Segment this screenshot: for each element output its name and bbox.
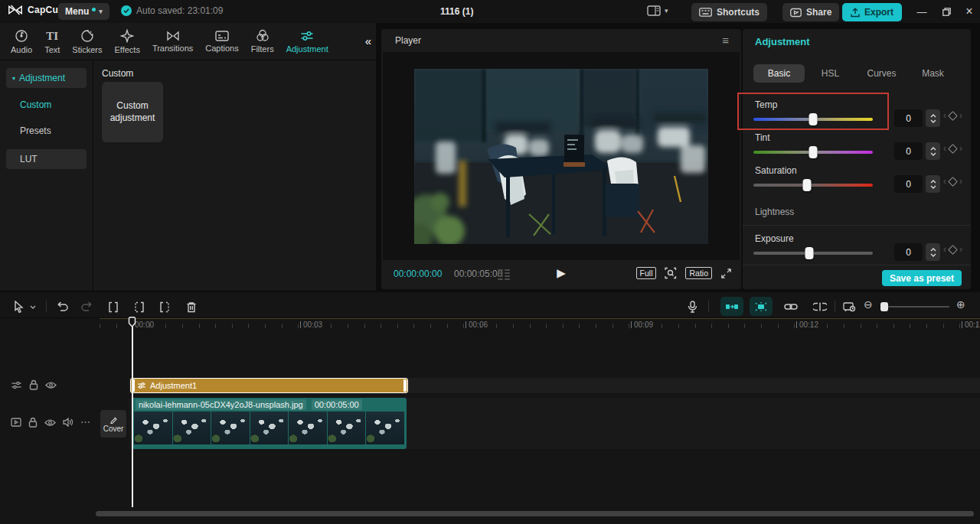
ruler-label: 00:15 — [962, 321, 980, 329]
prev-keyframe-icon[interactable]: ‹ — [943, 143, 946, 154]
menu-button[interactable]: Menu ▾ — [58, 3, 109, 20]
select-tool-caret[interactable] — [28, 299, 38, 314]
shortcuts-button[interactable]: Shortcuts — [691, 3, 767, 21]
saturation-slider-thumb[interactable] — [803, 179, 812, 191]
adjustment-clip[interactable]: Adjustment1 — [130, 378, 408, 393]
tab-curves[interactable]: Curves — [856, 64, 907, 83]
close-button[interactable]: × — [958, 0, 980, 23]
temp-value[interactable]: 0 — [894, 109, 923, 127]
tab-captions-label: Captions — [205, 44, 238, 53]
saturation-slider[interactable] — [753, 184, 873, 187]
timeline-scrollbar[interactable] — [96, 511, 974, 516]
timeline-zoom-thumb[interactable] — [880, 302, 888, 311]
next-keyframe-icon[interactable]: › — [959, 176, 962, 187]
zoom-out-icon[interactable]: ⊖ — [864, 298, 873, 311]
prev-keyframe-icon[interactable]: ‹ — [943, 244, 946, 255]
zoom-in-icon[interactable]: ⊕ — [956, 298, 965, 311]
eye-icon[interactable] — [45, 381, 57, 389]
speaker-icon[interactable] — [63, 418, 74, 427]
export-button[interactable]: Export — [842, 3, 902, 21]
frame-grid-icon[interactable] — [498, 269, 511, 279]
temp-slider[interactable] — [753, 118, 873, 121]
collapse-panel-icon[interactable]: « — [365, 34, 371, 47]
lock-icon[interactable] — [29, 379, 38, 390]
tint-stepper[interactable] — [926, 142, 940, 160]
save-as-preset-button[interactable]: Save as preset — [882, 270, 962, 286]
playhead[interactable] — [128, 317, 136, 508]
select-tool-button[interactable] — [11, 299, 28, 314]
add-keyframe-icon[interactable] — [948, 111, 958, 121]
temp-stepper[interactable] — [926, 109, 940, 127]
lock-icon[interactable] — [28, 417, 38, 428]
split-button[interactable] — [105, 299, 122, 314]
more-options-icon[interactable]: ⋯ — [80, 418, 90, 426]
edit-cover-button[interactable]: Cover — [100, 410, 126, 438]
link-button[interactable] — [782, 299, 799, 314]
sidebar-item-lut[interactable]: LUT — [6, 149, 87, 169]
share-button[interactable]: Share — [782, 3, 839, 21]
preview-axis-button[interactable] — [841, 299, 858, 314]
sidebar-item-presets[interactable]: Presets — [0, 122, 93, 140]
unlink-button[interactable] — [812, 299, 828, 314]
exposure-value[interactable]: 0 — [894, 243, 923, 261]
tab-transitions[interactable]: Transitions — [146, 31, 199, 53]
tint-value[interactable]: 0 — [894, 142, 923, 160]
exposure-stepper[interactable] — [926, 243, 940, 261]
preview-snap-toggle[interactable] — [750, 297, 773, 316]
prev-keyframe-icon[interactable]: ‹ — [943, 176, 946, 187]
split-right-button[interactable] — [156, 299, 173, 314]
tab-hsl[interactable]: HSL — [805, 64, 856, 83]
display-mode-button[interactable]: ▾ — [647, 5, 668, 16]
tab-stickers[interactable]: Stickers — [66, 29, 108, 54]
play-button[interactable]: ▶ — [557, 266, 566, 280]
sidebar-item-custom[interactable]: Custom — [0, 96, 93, 114]
minimize-button[interactable]: — — [910, 0, 933, 23]
tab-adjustment[interactable]: Adjustment — [280, 30, 335, 54]
lightness-section-label[interactable]: Lightness — [755, 207, 794, 217]
exposure-slider-thumb[interactable] — [805, 247, 814, 259]
saturation-value[interactable]: 0 — [894, 175, 923, 193]
add-keyframe-icon[interactable] — [948, 177, 958, 187]
tab-mask[interactable]: Mask — [907, 64, 959, 83]
adjustment-track-header — [11, 379, 57, 390]
video-clip[interactable]: nikolai-lehmann-05cDX4y2oJ8-unsplash.jpg… — [132, 398, 407, 449]
next-keyframe-icon[interactable]: › — [959, 110, 962, 121]
auto-snap-toggle[interactable] — [720, 297, 743, 316]
next-keyframe-icon[interactable]: › — [959, 143, 962, 154]
temp-slider-thumb[interactable] — [809, 113, 818, 125]
tab-captions[interactable]: Captions — [199, 31, 244, 53]
player-menu-icon[interactable]: ≡ — [722, 34, 729, 47]
tint-slider[interactable] — [753, 151, 873, 154]
timeline-ruler[interactable]: 00:00 00:03 00:06 00:09 00:12 00:15 — [0, 318, 980, 332]
full-button[interactable]: Full — [636, 267, 657, 279]
exposure-slider[interactable] — [753, 252, 873, 255]
add-keyframe-icon[interactable] — [948, 245, 958, 255]
split-left-button[interactable] — [131, 299, 148, 314]
restore-button[interactable] — [935, 0, 958, 23]
timeline-zoom-slider[interactable] — [882, 306, 949, 308]
tab-effects[interactable]: Effects — [108, 29, 145, 54]
next-keyframe-icon[interactable]: › — [959, 244, 962, 255]
voiceover-button[interactable] — [684, 299, 701, 314]
tab-text[interactable]: TI Text — [38, 29, 66, 54]
custom-adjustment-card[interactable]: Custom adjustment — [102, 82, 163, 142]
prev-keyframe-icon[interactable]: ‹ — [943, 110, 946, 121]
undo-button[interactable] — [54, 299, 70, 314]
delete-button[interactable] — [183, 299, 200, 314]
sidebar-group-adjustment[interactable]: ▾ Adjustment — [6, 68, 87, 88]
saturation-stepper[interactable] — [926, 175, 940, 193]
add-keyframe-icon[interactable] — [948, 144, 958, 154]
main-area: Audio TI Text Stickers Effects — [0, 23, 980, 292]
eye-icon[interactable] — [44, 418, 56, 427]
tab-audio[interactable]: Audio — [5, 29, 38, 54]
redo-button[interactable] — [79, 299, 96, 314]
tab-filters[interactable]: Filters — [245, 29, 280, 54]
ratio-button[interactable]: Ratio — [685, 267, 712, 279]
saturation-keyframe-controls: ‹ › — [943, 176, 962, 187]
tab-basic[interactable]: Basic — [753, 64, 805, 83]
fullscreen-icon[interactable] — [720, 268, 732, 279]
preview-zoom-icon[interactable] — [665, 267, 677, 279]
tint-slider-thumb[interactable] — [809, 146, 818, 158]
video-clip-thumbnails — [134, 412, 404, 444]
sidebar-group-label: Adjustment — [19, 73, 65, 83]
